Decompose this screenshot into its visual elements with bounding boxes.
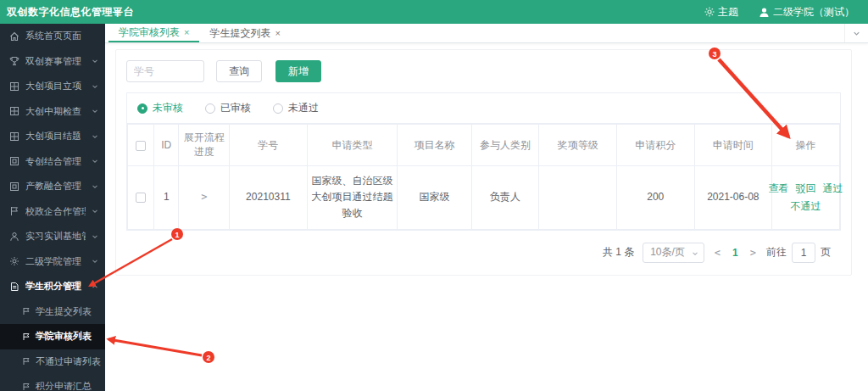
- chevron-down-icon: [92, 183, 98, 190]
- next-page-button[interactable]: >: [748, 247, 758, 259]
- sidebar-item-specialty-innovation[interactable]: 专创结合管理: [0, 149, 105, 175]
- col-header-award-level: 奖项等级: [539, 125, 617, 166]
- cell-points: 200: [617, 166, 695, 230]
- box-icon: [9, 156, 19, 166]
- flag-icon: [22, 307, 31, 316]
- sidebar-item-label: 系统首页页面: [25, 30, 98, 42]
- chevron-down-icon: [92, 83, 98, 90]
- expand-row-icon[interactable]: >: [201, 191, 207, 203]
- flag-icon: [22, 332, 31, 341]
- col-header-expand-progress: 展开流程进度: [179, 125, 230, 166]
- box-icon: [9, 182, 19, 192]
- radio-label: 已审核: [220, 101, 251, 115]
- sidebar-item-label: 专创结合管理: [25, 155, 86, 168]
- sidebar-subitem-label: 学生提交列表: [36, 305, 92, 318]
- sidebar-subitem-rejected-application-list[interactable]: 不通过申请列表: [0, 349, 105, 375]
- page-size-select[interactable]: 10条/页: [643, 243, 704, 263]
- view-link[interactable]: 查看: [769, 181, 789, 197]
- audit-table: ID 展开流程进度 学号 申请类型 项目名称 参与人类别 奖项等级 申请积分 申…: [127, 124, 840, 230]
- col-header-apply-time: 申请时间: [694, 125, 772, 166]
- sidebar-item-school-gov-enterprise[interactable]: 校政企合作管理: [0, 199, 105, 225]
- home-icon: [9, 31, 19, 42]
- prev-page-button[interactable]: <: [713, 247, 722, 259]
- student-id-search-input[interactable]: [126, 60, 204, 82]
- grid-icon: [9, 131, 19, 142]
- header-checkbox-cell: [128, 125, 154, 166]
- user-icon: [759, 7, 770, 18]
- reject-link[interactable]: 驳回: [796, 181, 816, 197]
- chevron-down-icon: [92, 108, 98, 115]
- gear-icon: [704, 7, 715, 17]
- select-all-checkbox[interactable]: [136, 141, 146, 151]
- flag-icon: [9, 206, 19, 216]
- sidebar-item-label: 大创中期检查: [25, 105, 86, 118]
- user-menu[interactable]: 二级学院（测试）: [759, 5, 854, 20]
- tab-dropdown-button[interactable]: [844, 24, 868, 42]
- cell-id: 1: [154, 166, 179, 230]
- cell-student-id: 20210311: [230, 166, 308, 230]
- sidebar-subitem-college-audit-list[interactable]: 学院审核列表: [0, 324, 105, 349]
- sidebar-item-home[interactable]: 系统首页页面: [0, 24, 105, 49]
- sidebar-subitem-points-summary[interactable]: 积分申请汇总: [0, 374, 105, 391]
- sidebar-item-competitions[interactable]: 双创赛事管理: [0, 49, 105, 75]
- add-button[interactable]: 新增: [275, 60, 321, 82]
- chevron-down-icon: [92, 133, 98, 140]
- col-header-id: ID: [154, 125, 179, 166]
- sidebar-item-secondary-college[interactable]: 二级学院管理: [0, 249, 105, 275]
- row-checkbox[interactable]: [136, 193, 146, 203]
- disapprove-link[interactable]: 不通过: [791, 198, 821, 215]
- cell-project-name: 国家级: [398, 166, 471, 230]
- audit-list-card: 查询 新增 未审核 已审核: [115, 49, 852, 276]
- radio-unreviewed[interactable]: 未审核: [137, 101, 183, 115]
- status-filter-group: 未审核 已审核 未通过: [127, 93, 840, 124]
- goto-page-input[interactable]: [792, 243, 815, 263]
- sidebar-nav: 系统首页页面 双创赛事管理 大创项目立项 大创中期检查 大创项目结题: [0, 24, 105, 391]
- query-button[interactable]: 查询: [216, 60, 262, 82]
- user-name: 二级学院（测试）: [773, 5, 854, 20]
- sidebar-item-midterm-check[interactable]: 大创中期检查: [0, 99, 105, 125]
- sidebar-item-project-conclusion[interactable]: 大创项目结题: [0, 124, 105, 149]
- sidebar-item-student-points[interactable]: 学生积分管理: [0, 274, 105, 299]
- tab-bar: 学院审核列表 × 学生提交列表 ×: [105, 24, 868, 43]
- radio-label: 未审核: [153, 101, 183, 115]
- approve-link[interactable]: 通过: [823, 181, 843, 197]
- sidebar-item-label: 校政企合作管理: [25, 205, 86, 218]
- trophy-icon: [9, 56, 19, 66]
- theme-button[interactable]: 主题: [704, 5, 738, 20]
- hamburger-menu-icon[interactable]: ≡: [105, 5, 131, 20]
- app-window: 双创数字化信息化管理平台 ≡ 主题 二级学院（测试） 系统首页页面 双创赛事管理: [0, 0, 868, 391]
- content-area: 查询 新增 未审核 已审核: [105, 43, 868, 391]
- close-icon[interactable]: ×: [275, 28, 280, 38]
- close-icon[interactable]: ×: [184, 27, 189, 37]
- table-panel: 未审核 已审核 未通过: [126, 92, 841, 231]
- tab-student-submit-list[interactable]: 学生提交列表 ×: [199, 24, 290, 42]
- sidebar-subitem-student-submit-list[interactable]: 学生提交列表: [0, 299, 105, 325]
- sidebar-item-label: 大创项目结题: [25, 130, 86, 142]
- tab-college-audit-list[interactable]: 学院审核列表 ×: [108, 24, 199, 42]
- top-header: 双创数字化信息化管理平台 ≡ 主题 二级学院（测试）: [0, 0, 868, 24]
- tab-label: 学院审核列表: [119, 25, 180, 40]
- cell-award-level: [539, 166, 617, 230]
- sidebar-item-industry-education[interactable]: 产教融合管理: [0, 174, 105, 199]
- cell-actions: 查看 驳回 通过 不通过: [772, 166, 840, 230]
- flag-icon: [22, 383, 31, 391]
- radio-dot: [137, 103, 147, 114]
- goto-page: 前往 页: [766, 243, 831, 263]
- col-header-project-name: 项目名称: [398, 125, 471, 166]
- sidebar-item-label: 大创项目立项: [25, 80, 86, 92]
- tab-label: 学生提交列表: [209, 26, 270, 41]
- sidebar-item-project-initiation[interactable]: 大创项目立项: [0, 74, 105, 99]
- radio-not-passed[interactable]: 未通过: [273, 101, 319, 115]
- radio-reviewed[interactable]: 已审核: [205, 101, 251, 115]
- current-page[interactable]: 1: [731, 247, 740, 259]
- chevron-down-icon: [92, 233, 98, 240]
- sidebar-item-internship-base[interactable]: 实习实训基地管理: [0, 224, 105, 249]
- sidebar-subitem-label: 学院审核列表: [36, 330, 92, 343]
- theme-label: 主题: [718, 5, 738, 20]
- radio-dot: [205, 103, 215, 114]
- cell-apply-time: 2021-06-08: [694, 166, 772, 230]
- sidebar-subitem-label: 积分申请汇总: [36, 380, 92, 391]
- col-header-points: 申请积分: [617, 125, 695, 166]
- search-toolbar: 查询 新增: [116, 59, 851, 92]
- chevron-down-icon: [92, 208, 98, 215]
